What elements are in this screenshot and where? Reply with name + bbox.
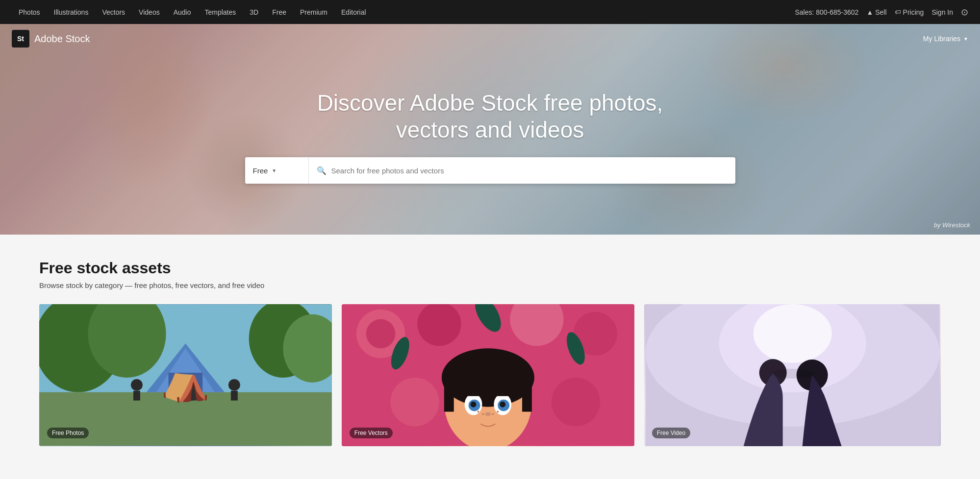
sales-number: Sales: 800-685-3602 [795, 8, 858, 16]
card-badge-photos: Free Photos [47, 428, 89, 438]
card-video-bg [644, 304, 941, 446]
svg-point-19 [390, 378, 439, 426]
content-section: Free stock assets Browse stock by catego… [0, 235, 980, 461]
card-free-photos[interactable]: Free Photos [39, 304, 332, 446]
search-type-dropdown[interactable]: Free ▼ [245, 157, 309, 184]
account-icon[interactable]: ⊙ [961, 7, 968, 18]
card-badge-video: Free Video [652, 428, 690, 438]
svg-rect-12 [231, 391, 238, 401]
svg-point-9 [131, 379, 143, 391]
chevron-down-icon: ▼ [272, 168, 276, 173]
section-title: Free stock assets [39, 259, 941, 277]
search-icon: 🔍 [317, 166, 327, 175]
upload-icon: ▲ [866, 8, 873, 16]
nav-right: Sales: 800-685-3602 ▲ Sell 🏷 Pricing Sig… [795, 7, 968, 18]
search-input[interactable] [331, 167, 728, 175]
nav-vectors[interactable]: Vectors [95, 0, 132, 24]
svg-rect-10 [133, 391, 140, 401]
card-illustration-bg [342, 304, 634, 446]
svg-point-32 [470, 402, 476, 407]
svg-point-38 [492, 413, 494, 415]
logo-bar: St Adobe Stock My Libraries ▼ [0, 24, 980, 53]
svg-point-47 [770, 369, 814, 379]
my-libraries-button[interactable]: My Libraries ▼ [923, 35, 968, 43]
nav-premium[interactable]: Premium [293, 0, 334, 24]
svg-rect-26 [444, 373, 454, 412]
adobe-stock-icon: St [12, 30, 29, 48]
svg-point-20 [552, 378, 600, 426]
svg-point-25 [442, 348, 534, 407]
svg-point-33 [500, 402, 505, 407]
nav-free[interactable]: Free [265, 0, 293, 24]
svg-point-36 [477, 411, 479, 413]
logo-wrap[interactable]: St Adobe Stock [12, 30, 90, 48]
nav-audio[interactable]: Audio [167, 0, 198, 24]
nav-3d[interactable]: 3D [243, 0, 265, 24]
svg-point-37 [482, 413, 484, 415]
card-photo-bg [39, 304, 332, 446]
pricing-button[interactable]: 🏷 Pricing [895, 8, 924, 16]
nav-photos[interactable]: Photos [12, 0, 47, 24]
hero-title: Discover Adobe Stock free photos, vector… [294, 90, 686, 144]
svg-point-11 [228, 379, 240, 391]
nav-illustrations[interactable]: Illustrations [47, 0, 96, 24]
logo-name: Adobe Stock [34, 33, 90, 45]
section-subtitle: Browse stock by category — free photos, … [39, 281, 941, 289]
svg-point-44 [753, 304, 831, 363]
card-free-vectors[interactable]: Free Vectors [342, 304, 634, 446]
hero-section: Discover Adobe Stock free photos, vector… [0, 24, 980, 235]
card-free-video[interactable]: Free Video [644, 304, 941, 446]
svg-rect-35 [495, 394, 511, 396]
tag-icon: 🏷 [895, 8, 901, 16]
signin-button[interactable]: Sign In [931, 8, 953, 16]
svg-point-16 [417, 304, 461, 346]
nav-templates[interactable]: Templates [198, 0, 243, 24]
nav-links: Photos Illustrations Vectors Videos Audi… [12, 0, 795, 24]
sell-button[interactable]: ▲ Sell [866, 8, 886, 16]
hero-content: Discover Adobe Stock free photos, vector… [284, 90, 696, 144]
cards-row: Free Photos [39, 304, 941, 446]
top-navigation: Photos Illustrations Vectors Videos Audi… [0, 0, 980, 24]
svg-point-39 [497, 411, 499, 413]
search-bar: Free ▼ 🔍 [245, 157, 735, 184]
nav-videos[interactable]: Videos [132, 0, 167, 24]
svg-rect-34 [466, 394, 481, 396]
chevron-down-icon: ▼ [963, 36, 968, 42]
card-badge-vectors: Free Vectors [350, 428, 393, 438]
svg-rect-27 [522, 373, 532, 412]
nav-editorial[interactable]: Editorial [334, 0, 373, 24]
svg-point-40 [485, 412, 491, 416]
search-type-label: Free [253, 167, 268, 175]
hero-credit: by Wirestock [934, 221, 970, 229]
search-input-wrap: 🔍 [309, 157, 735, 184]
svg-marker-8 [169, 373, 203, 392]
svg-point-15 [366, 319, 396, 349]
